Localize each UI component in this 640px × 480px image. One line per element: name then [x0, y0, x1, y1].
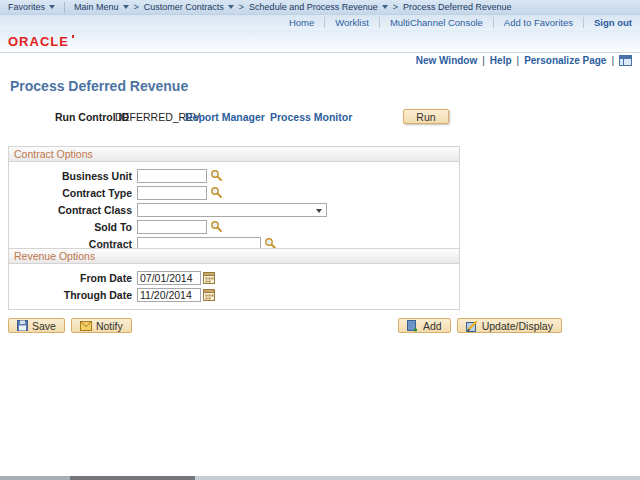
contract-type-label: Contract Type: [9, 187, 137, 199]
sold-to-row: Sold To: [9, 219, 459, 234]
contract-class-row: Contract Class: [9, 202, 459, 217]
run-control-row: Run Control ID DEFERRED_REV Report Manag…: [0, 109, 640, 125]
worklist-link[interactable]: Worklist: [335, 17, 369, 28]
contract-options-section: Contract Options Business Unit Contract …: [8, 146, 460, 259]
business-unit-input[interactable]: [137, 169, 207, 183]
new-window-link[interactable]: New Window: [416, 55, 478, 66]
contract-type-input[interactable]: [137, 186, 207, 200]
chevron-down-icon: [316, 209, 322, 213]
page-title: Process Deferred Revenue: [10, 78, 188, 94]
home-link[interactable]: Home: [289, 17, 314, 28]
utility-links: New Window | Help | Personalize Page |: [416, 55, 632, 66]
update-display-label: Update/Display: [482, 320, 553, 332]
logo-band: ORACLE: [0, 30, 640, 53]
revenue-options-section: Revenue Options From Date: [8, 248, 460, 310]
peoplesoft-window: Favorites Main Menu > Customer Contracts…: [0, 0, 640, 480]
breadcrumb-separator: >: [393, 2, 398, 12]
breadcrumb-schedule-process-revenue[interactable]: Schedule and Process Revenue: [249, 2, 388, 12]
add-to-favorites-link[interactable]: Add to Favorites: [504, 17, 573, 28]
section-header: Revenue Options: [9, 249, 459, 264]
crumb-label: Process Deferred Revenue: [403, 2, 512, 12]
lookup-icon[interactable]: [210, 169, 223, 182]
section-header: Contract Options: [9, 147, 459, 162]
personalize-page-link[interactable]: Personalize Page: [524, 55, 606, 66]
through-date-row: Through Date: [9, 287, 459, 302]
breadcrumb-current-page: Process Deferred Revenue: [403, 2, 512, 12]
breadcrumb: Favorites Main Menu > Customer Contracts…: [0, 0, 640, 15]
toolbar-right: Add Update/Display: [398, 318, 562, 333]
sold-to-input[interactable]: [137, 220, 207, 234]
from-date-row: From Date: [9, 270, 459, 285]
save-disk-icon: [17, 320, 28, 331]
business-unit-label: Business Unit: [9, 170, 137, 182]
divider: [379, 17, 380, 28]
from-date-label: From Date: [9, 272, 137, 284]
contract-type-row: Contract Type: [9, 185, 459, 200]
oracle-logo: ORACLE: [8, 34, 69, 49]
window-bottom-edge: [0, 476, 640, 480]
divider: [64, 2, 65, 13]
divider: |: [517, 55, 520, 66]
calendar-icon[interactable]: [203, 271, 215, 284]
crumb-label: Schedule and Process Revenue: [249, 2, 378, 12]
add-plus-icon: [407, 320, 419, 332]
lookup-icon[interactable]: [210, 186, 223, 199]
notify-button[interactable]: Notify: [71, 318, 132, 333]
run-button[interactable]: Run: [403, 109, 449, 124]
main-menu[interactable]: Main Menu: [74, 2, 129, 12]
contract-class-label: Contract Class: [9, 204, 137, 216]
chevron-down-icon: [382, 5, 388, 9]
add-button[interactable]: Add: [398, 318, 451, 333]
breadcrumb-separator: >: [134, 2, 139, 12]
breadcrumb-customer-contracts[interactable]: Customer Contracts: [144, 2, 234, 12]
divider: |: [611, 55, 614, 66]
edge-segment: [70, 476, 195, 480]
chevron-down-icon: [49, 5, 55, 9]
notify-label: Notify: [96, 320, 123, 332]
chevron-down-icon: [228, 5, 234, 9]
chevron-down-icon: [123, 5, 129, 9]
pencil-icon: [466, 320, 478, 332]
divider: [324, 17, 325, 28]
envelope-icon: [80, 321, 92, 331]
edge-segment: [195, 476, 640, 480]
sign-out-link[interactable]: Sign out: [594, 17, 632, 28]
lookup-icon[interactable]: [210, 220, 223, 233]
from-date-input[interactable]: [137, 271, 201, 285]
trademark-mark: [72, 35, 74, 38]
divider: [583, 17, 584, 28]
main-menu-label: Main Menu: [74, 2, 119, 12]
business-unit-row: Business Unit: [9, 168, 459, 183]
process-monitor-link[interactable]: Process Monitor: [270, 111, 352, 123]
add-label: Add: [423, 320, 442, 332]
window-icon[interactable]: [619, 55, 632, 66]
through-date-input[interactable]: [137, 288, 201, 302]
save-label: Save: [32, 320, 56, 332]
divider: [493, 17, 494, 28]
divider: |: [482, 55, 485, 66]
header-links-bar: Home Worklist MultiChannel Console Add t…: [0, 15, 640, 30]
calendar-icon[interactable]: [203, 288, 215, 301]
contract-class-select[interactable]: [137, 203, 327, 217]
save-button[interactable]: Save: [8, 318, 65, 333]
favorites-label: Favorites: [8, 2, 45, 12]
update-display-button[interactable]: Update/Display: [457, 318, 562, 333]
report-manager-link[interactable]: Report Manager: [185, 111, 265, 123]
help-link[interactable]: Help: [490, 55, 512, 66]
favorites-menu[interactable]: Favorites: [8, 2, 55, 12]
toolbar-left: Save Notify: [8, 318, 132, 333]
through-date-label: Through Date: [9, 289, 137, 301]
multichannel-console-link[interactable]: MultiChannel Console: [390, 17, 483, 28]
breadcrumb-separator: >: [239, 2, 244, 12]
crumb-label: Customer Contracts: [144, 2, 224, 12]
sold-to-label: Sold To: [9, 221, 137, 233]
